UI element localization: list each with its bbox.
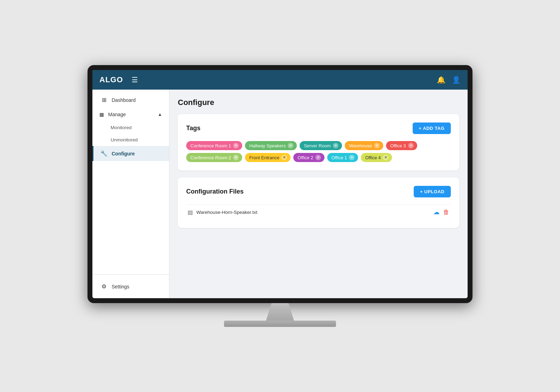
settings-icon: ⚙ [100, 283, 107, 290]
tag-close-3[interactable]: ✕ [333, 143, 338, 148]
sidebar-label-manage: Manage [108, 112, 126, 117]
file-download-button[interactable]: ☁ [433, 208, 440, 216]
tag-label: Office 1 [331, 155, 347, 160]
tag-10: Office 4✕ [361, 153, 392, 162]
tags-card-title: Tags [186, 125, 201, 132]
notification-icon[interactable]: 🔔 [437, 76, 446, 84]
stand-base [224, 321, 336, 327]
tag-5: Office 3✕ [386, 141, 417, 150]
add-tag-button[interactable]: + ADD TAG [413, 122, 451, 134]
sidebar-item-unmonitored[interactable]: Unmonitored [92, 134, 169, 146]
monitor-screen: ALGO ☰ 🔔 👤 ⊞ Dashboard [88, 65, 472, 303]
sidebar-label-configure: Configure [112, 151, 135, 156]
tag-close-9[interactable]: ✕ [349, 155, 355, 160]
topbar: ALGO ☰ 🔔 👤 [92, 70, 468, 90]
sidebar: ⊞ Dashboard ▦ Manage ▲ Monitored Un [92, 90, 169, 298]
file-actions: ☁ 🗑 [433, 208, 449, 216]
sidebar-label-monitored: Monitored [111, 125, 132, 130]
tags-card-header: Tags + ADD TAG [186, 122, 451, 134]
content-area: Configure Tags + ADD TAG Conference Room… [169, 90, 468, 298]
sidebar-item-dashboard[interactable]: ⊞ Dashboard [92, 92, 169, 107]
app-logo: ALGO [99, 75, 123, 84]
menu-icon[interactable]: ☰ [129, 74, 141, 85]
chevron-up-icon: ▲ [158, 112, 162, 117]
tag-close-2[interactable]: ✕ [288, 143, 293, 148]
sidebar-item-monitored[interactable]: Monitored [92, 121, 169, 134]
file-row-1: ▤ Warehouse-Horn-Speaker.txt ☁ 🗑 [186, 204, 451, 219]
tag-2: Hallway Speakers✕ [245, 141, 297, 150]
tag-label: Office 4 [365, 155, 381, 160]
tag-close-6[interactable]: ✕ [233, 155, 239, 160]
tag-3: Server Room✕ [300, 141, 342, 150]
files-card: Configuration Files + UPLOAD ▤ Warehouse… [178, 177, 459, 228]
topbar-icons: 🔔 👤 [437, 76, 461, 84]
files-list: ▤ Warehouse-Horn-Speaker.txt ☁ 🗑 [186, 204, 451, 219]
tag-6: Conference Room 2✕ [186, 153, 242, 162]
sidebar-label-dashboard: Dashboard [112, 97, 136, 103]
file-delete-button[interactable]: 🗑 [443, 209, 449, 216]
tag-close-4[interactable]: ✕ [374, 143, 380, 148]
tag-label: Office 2 [298, 155, 313, 160]
stand-neck [266, 303, 294, 321]
sidebar-item-configure[interactable]: 🔧 Configure [92, 146, 169, 161]
tag-1: Conference Room 1✕ [186, 141, 242, 150]
sidebar-nav: ⊞ Dashboard ▦ Manage ▲ Monitored Un [92, 90, 169, 274]
tag-label: Conference Room 2 [190, 155, 231, 160]
upload-button[interactable]: + UPLOAD [414, 186, 451, 197]
tag-8: Office 2✕ [293, 153, 324, 162]
tag-label: Server Room [304, 143, 331, 148]
sidebar-bottom: ⚙ Settings [92, 274, 169, 298]
tag-close-8[interactable]: ✕ [315, 155, 321, 160]
tag-label: Office 3 [390, 143, 406, 148]
main-layout: ⊞ Dashboard ▦ Manage ▲ Monitored Un [92, 90, 468, 298]
monitor-inner: ALGO ☰ 🔔 👤 ⊞ Dashboard [92, 70, 468, 298]
tag-4: Warehouse✕ [345, 141, 383, 150]
sidebar-item-manage[interactable]: ▦ Manage ▲ [92, 107, 169, 121]
monitor-stand [224, 303, 336, 327]
user-icon[interactable]: 👤 [452, 76, 461, 84]
tag-label: Hallway Speakers [249, 143, 286, 148]
tag-9: Office 1✕ [327, 153, 358, 162]
dashboard-icon: ⊞ [100, 97, 107, 103]
tag-close-10[interactable]: ✕ [383, 155, 388, 160]
tag-close-1[interactable]: ✕ [233, 143, 239, 148]
files-card-title: Configuration Files [186, 188, 244, 195]
file-name: Warehouse-Horn-Speaker.txt [196, 210, 433, 215]
page-title: Configure [178, 98, 459, 107]
files-card-header: Configuration Files + UPLOAD [186, 186, 451, 197]
manage-icon: ▦ [99, 112, 104, 117]
tags-card: Tags + ADD TAG Conference Room 1✕Hallway… [178, 114, 459, 170]
tag-label: Front Entrance [249, 155, 279, 160]
configure-icon: 🔧 [100, 150, 107, 157]
tags-area: Conference Room 1✕Hallway Speakers✕Serve… [186, 141, 451, 162]
monitor-wrapper: ALGO ☰ 🔔 👤 ⊞ Dashboard [88, 65, 472, 327]
sidebar-label-unmonitored: Unmonitored [111, 137, 138, 142]
file-icon: ▤ [188, 209, 193, 216]
tag-label: Conference Room 1 [190, 143, 231, 148]
sidebar-item-settings[interactable]: ⚙ Settings [92, 279, 169, 294]
tag-7: Front Entrance✕ [245, 153, 290, 162]
tag-close-7[interactable]: ✕ [281, 155, 287, 160]
sidebar-label-settings: Settings [112, 284, 130, 289]
tag-close-5[interactable]: ✕ [408, 143, 414, 148]
tag-label: Warehouse [349, 143, 372, 148]
